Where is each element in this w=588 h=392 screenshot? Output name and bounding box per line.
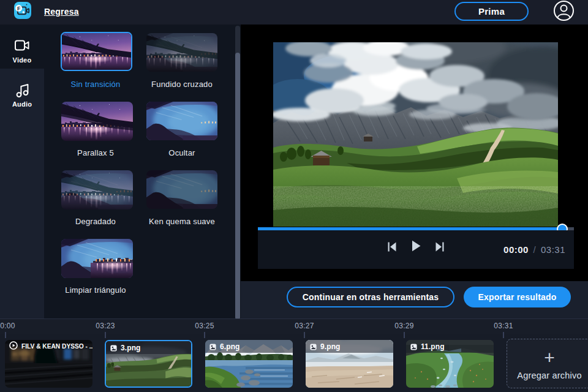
svg-text:F: F <box>17 6 21 12</box>
